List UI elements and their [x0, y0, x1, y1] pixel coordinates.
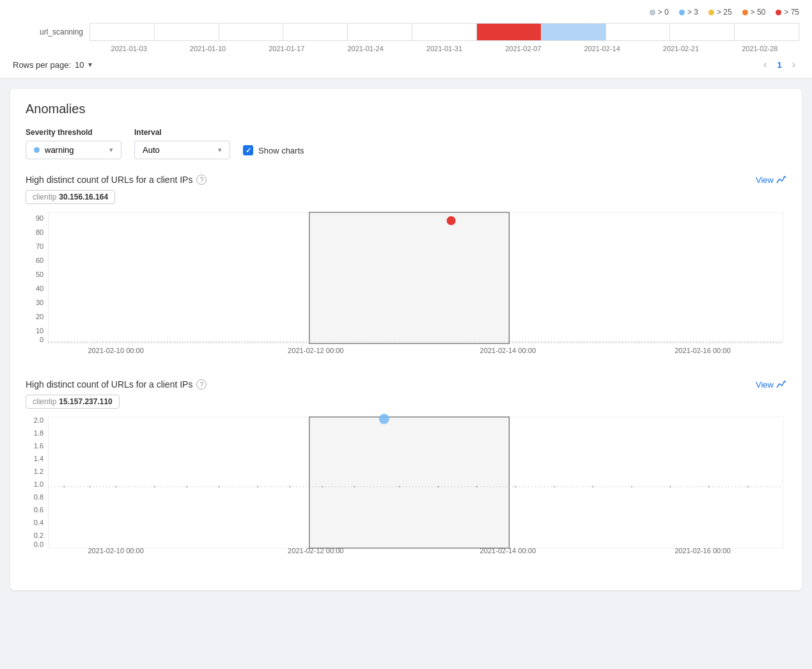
- svg-text:0.8: 0.8: [34, 493, 43, 501]
- chart1-section: High distinct count of URLs for a client…: [26, 175, 786, 356]
- date-6: 2021-02-14: [563, 45, 641, 52]
- legend-dot-0: [650, 10, 655, 15]
- pagination-row: Rows per page: 10 ▾ ‹ 1 ›: [13, 58, 799, 72]
- svg-text:0.6: 0.6: [34, 506, 43, 514]
- svg-point-33: [379, 414, 389, 424]
- chart1-title: High distinct count of URLs for a client…: [26, 175, 207, 185]
- svg-point-54: [592, 486, 594, 488]
- svg-point-45: [257, 486, 259, 488]
- rows-per-page[interactable]: Rows per page: 10 ▾: [13, 60, 92, 70]
- interval-label: Interval: [134, 128, 230, 137]
- chart1-info-icon[interactable]: ?: [196, 175, 207, 185]
- timeline-cell-2: [155, 24, 219, 40]
- chart2-section: High distinct count of URLs for a client…: [26, 379, 786, 555]
- chart2-info-icon[interactable]: ?: [196, 379, 207, 390]
- interval-control: Interval Auto ▾: [134, 128, 230, 159]
- svg-point-52: [515, 486, 517, 488]
- show-charts-checkbox[interactable]: [243, 145, 253, 155]
- svg-text:20: 20: [36, 313, 43, 320]
- severity-dropdown[interactable]: warning ▾: [26, 141, 121, 159]
- timeline-cell-5: [348, 24, 412, 40]
- timeline-row: url_scanning: [13, 23, 799, 41]
- chart2-tag-key: clientip: [33, 397, 56, 406]
- chart2-view-icon: [776, 379, 786, 390]
- chart1-view-link[interactable]: View: [756, 175, 786, 185]
- show-charts-label: Show charts: [258, 146, 304, 155]
- show-charts-row: Show charts: [243, 145, 304, 159]
- date-1: 2021-01-10: [168, 45, 247, 52]
- svg-point-50: [437, 486, 439, 488]
- chart2-svg: 2.0 1.8 1.6 1.4 1.2 1.0 0.8 0.6 0.4 0.2 …: [26, 414, 786, 555]
- svg-point-42: [153, 486, 155, 488]
- interval-value: Auto: [143, 145, 160, 155]
- severity-control: Severity threshold warning ▾: [26, 128, 121, 159]
- svg-text:1.6: 1.6: [34, 442, 43, 450]
- legend-item-2: > 25: [708, 8, 732, 17]
- svg-text:70: 70: [36, 242, 43, 250]
- svg-text:10: 10: [36, 327, 43, 334]
- svg-text:2021-02-14 00:00: 2021-02-14 00:00: [480, 347, 536, 354]
- svg-text:80: 80: [36, 228, 43, 236]
- page-number: 1: [773, 59, 785, 71]
- legend-item-3: > 50: [742, 8, 766, 17]
- chart1-tag-val: 30.156.16.164: [59, 193, 108, 201]
- chart2-tag-val: 15.157.237.110: [59, 397, 112, 406]
- next-page-button[interactable]: ›: [788, 58, 799, 72]
- svg-point-39: [63, 486, 65, 488]
- chart2-view-link[interactable]: View: [756, 379, 786, 390]
- legend-label-4: > 75: [784, 8, 799, 17]
- severity-value: warning: [45, 145, 74, 155]
- svg-point-43: [186, 486, 188, 488]
- svg-point-40: [89, 486, 91, 488]
- chart1-tag: clientip 30.156.16.164: [26, 190, 115, 204]
- svg-text:90: 90: [36, 214, 43, 222]
- chart1-wrap: 90 80 70 60 50 40 30 20 10 0: [26, 209, 786, 356]
- svg-point-56: [669, 486, 671, 488]
- anomalies-title: Anomalies: [26, 102, 786, 116]
- svg-point-53: [553, 486, 555, 488]
- svg-text:2021-02-12 00:00: 2021-02-12 00:00: [288, 547, 343, 555]
- timeline-cell-11: [735, 24, 799, 40]
- svg-point-44: [218, 486, 220, 488]
- legend-item-4: > 75: [776, 8, 799, 17]
- severity-chevron-icon: ▾: [109, 146, 113, 154]
- timeline-cell-3: [219, 24, 284, 40]
- svg-text:2.0: 2.0: [34, 416, 43, 424]
- svg-rect-32: [309, 417, 510, 548]
- chart1-view-icon: [776, 175, 786, 185]
- prev-page-button[interactable]: ‹: [760, 58, 770, 72]
- svg-point-41: [115, 486, 117, 488]
- timeline-dates: 2021-01-03 2021-01-10 2021-01-17 2021-01…: [90, 45, 799, 52]
- svg-text:1.8: 1.8: [34, 429, 43, 437]
- svg-text:2021-02-10 00:00: 2021-02-10 00:00: [88, 547, 143, 555]
- svg-text:2021-02-16 00:00: 2021-02-16 00:00: [675, 547, 730, 555]
- svg-rect-13: [309, 212, 510, 343]
- rows-chevron-icon: ▾: [88, 60, 92, 69]
- chart2-header: High distinct count of URLs for a client…: [26, 379, 786, 390]
- interval-dropdown[interactable]: Auto ▾: [134, 141, 230, 159]
- legend-label-2: > 25: [717, 8, 732, 17]
- date-3: 2021-01-24: [326, 45, 405, 52]
- date-0: 2021-01-03: [90, 45, 168, 52]
- controls-row: Severity threshold warning ▾ Interval Au…: [26, 128, 786, 159]
- chart2-tag: clientip 15.157.237.110: [26, 395, 120, 409]
- date-7: 2021-02-21: [641, 45, 720, 52]
- svg-text:0.2: 0.2: [34, 531, 43, 539]
- date-8: 2021-02-28: [721, 45, 799, 52]
- timeline-cell-7: [477, 24, 542, 40]
- chart1-header: High distinct count of URLs for a client…: [26, 175, 786, 185]
- svg-text:0.4: 0.4: [34, 519, 43, 526]
- svg-text:0: 0: [40, 336, 43, 343]
- svg-text:1.0: 1.0: [34, 480, 43, 488]
- date-2: 2021-01-17: [247, 45, 326, 52]
- legend: > 0 > 3 > 25 > 50 > 75: [13, 8, 799, 17]
- svg-point-51: [476, 486, 478, 488]
- interval-chevron-icon: ▾: [218, 146, 222, 154]
- svg-text:0.0: 0.0: [34, 540, 43, 548]
- legend-dot-2: [708, 10, 714, 15]
- legend-item-0: > 0: [650, 8, 669, 17]
- page-nav: ‹ 1 ›: [760, 58, 799, 72]
- severity-label: Severity threshold: [26, 128, 121, 137]
- svg-text:1.4: 1.4: [34, 455, 43, 462]
- svg-text:60: 60: [36, 256, 43, 264]
